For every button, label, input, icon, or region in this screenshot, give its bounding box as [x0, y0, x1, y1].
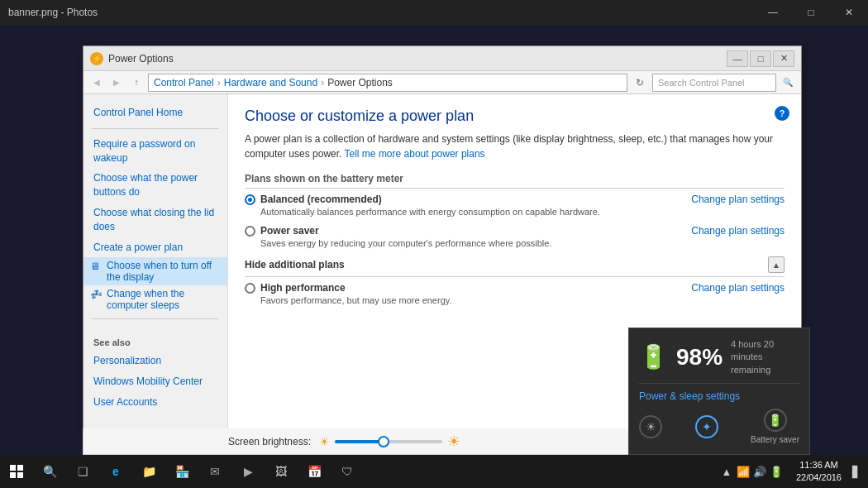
photos-taskbar-icon[interactable]: 🖼 — [265, 455, 298, 488]
search-box[interactable]: Search Control Panel — [652, 74, 776, 92]
photos-minimize-button[interactable]: — — [754, 0, 792, 25]
brightness-slider-thumb[interactable] — [378, 436, 389, 447]
power-sleep-settings-link[interactable]: Power & sleep settings — [639, 390, 799, 402]
forward-button[interactable]: ▶ — [108, 74, 125, 91]
battery-saver-item[interactable]: 🔋 Battery saver — [751, 409, 799, 444]
photos-titlebar: banner.png - Photos — □ ✕ — [0, 0, 868, 25]
breadcrumb-hardware[interactable]: Hardware and Sound — [224, 77, 317, 89]
sidebar-personalization[interactable]: Personalization — [83, 351, 227, 371]
restore-button[interactable]: □ — [750, 50, 771, 67]
page-title: Choose or customize a power plan — [245, 108, 785, 125]
systray-battery-icon[interactable]: 🔋 — [768, 455, 785, 488]
store-icon[interactable]: 🏪 — [165, 455, 198, 488]
antivirus-icon[interactable]: 🛡 — [331, 455, 364, 488]
power-saver-change-link[interactable]: Change plan settings — [691, 225, 785, 237]
breadcrumb-control-panel[interactable]: Control Panel — [154, 77, 214, 89]
photos-maximize-button[interactable]: □ — [792, 0, 830, 25]
power-title-text: Power Options — [108, 53, 725, 65]
photos-window-controls: — □ ✕ — [754, 0, 868, 25]
taskbar-right: ▲ 📶 🔊 🔋 11:36 AM 22/04/2016 ▋ — [713, 455, 868, 488]
high-performance-radio[interactable] — [245, 283, 255, 294]
calendar-icon[interactable]: 📅 — [298, 455, 331, 488]
sidebar-closing-lid[interactable]: Choose what closing the lid does — [83, 203, 227, 237]
tell-me-more-link[interactable]: Tell me more about power plans — [345, 148, 485, 160]
search-taskbar-button[interactable]: 🔍 — [33, 455, 66, 488]
power-saver-plan-label[interactable]: Power saver — [245, 225, 319, 237]
clock-time: 11:36 AM — [799, 459, 837, 471]
win-logo-sq-4 — [17, 472, 23, 478]
battery-popup: 🔋 98% 4 hours 20 minutes remaining Power… — [628, 328, 810, 455]
battery-mode-item-2[interactable]: ✦ — [695, 415, 718, 438]
start-button[interactable] — [0, 455, 33, 488]
systray-volume-icon[interactable]: 🔊 — [751, 455, 768, 488]
close-button[interactable]: ✕ — [773, 50, 794, 67]
battery-top: 🔋 98% 4 hours 20 minutes remaining — [639, 338, 799, 376]
back-button[interactable]: ◀ — [88, 74, 105, 91]
win-logo-sq-1 — [10, 465, 16, 471]
balanced-plan-desc: Automatically balances performance with … — [260, 207, 785, 217]
brightness-label: Screen brightness: — [228, 436, 311, 447]
turn-off-display-icon: 🖥 — [90, 261, 103, 274]
balanced-plan-label[interactable]: Balanced (recommended) — [245, 194, 382, 205]
sidebar-control-panel-home[interactable]: Control Panel Home — [83, 103, 227, 123]
brightness-slider-fill — [335, 440, 384, 443]
taskbar-clock[interactable]: 11:36 AM 22/04/2016 — [789, 459, 848, 484]
high-performance-plan-label[interactable]: High performance — [245, 282, 346, 294]
breadcrumb-current: Power Options — [327, 77, 393, 89]
sidebar-create-plan[interactable]: Create a power plan — [83, 237, 227, 258]
win-logo-sq-3 — [10, 472, 16, 478]
brightness-sun-large-icon: ☀ — [447, 433, 460, 451]
hide-additional-plans: Hide additional plans ▲ — [245, 256, 785, 277]
search-icon[interactable]: 🔍 — [780, 74, 796, 91]
sidebar-mobility-center[interactable]: Windows Mobility Center — [83, 371, 227, 392]
sidebar-power-buttons[interactable]: Choose what the power buttons do — [83, 168, 227, 203]
power-titlebar: ⚡ Power Options — □ ✕ — [83, 46, 801, 71]
battery-bottom: ☀ ✦ 🔋 Battery saver — [639, 409, 799, 444]
breadcrumb-sep-1: › — [217, 77, 221, 89]
sidebar-require-password[interactable]: Require a password on wakeup — [83, 134, 227, 169]
sidebar-turn-off-display[interactable]: 🖥 Choose when to turn off the display — [83, 257, 227, 285]
power-sidebar: Control Panel Home Require a password on… — [83, 94, 228, 433]
edge-icon[interactable]: e — [99, 455, 132, 488]
minimize-button[interactable]: — — [727, 50, 748, 67]
systray-network-icon[interactable]: 📶 — [735, 455, 751, 488]
power-title-icon: ⚡ — [90, 52, 103, 65]
systray: ▲ 📶 🔊 🔋 — [713, 455, 789, 488]
sidebar-computer-sleeps[interactable]: 💤 Change when the computer sleeps — [83, 285, 227, 313]
power-saver-plan-row: Power saver Change plan settings — [245, 225, 785, 237]
refresh-button[interactable]: ↻ — [631, 74, 649, 92]
high-performance-plan: High performance Change plan settings Fa… — [245, 282, 785, 305]
sidebar-divider-1 — [92, 128, 219, 129]
taskbar-left: 🔍 ❑ e 📁 🏪 ✉ ▶ 🖼 📅 🛡 — [0, 455, 364, 488]
breadcrumb: Control Panel › Hardware and Sound › Pow… — [148, 74, 627, 92]
window-controls: — □ ✕ — [725, 50, 794, 67]
photos-close-button[interactable]: ✕ — [830, 0, 868, 25]
photos-title: banner.png - Photos — [8, 7, 754, 18]
file-explorer-icon[interactable]: 📁 — [132, 455, 165, 488]
high-performance-change-link[interactable]: Change plan settings — [691, 282, 785, 294]
media-player-icon[interactable]: ▶ — [231, 455, 265, 488]
taskbar: 🔍 ❑ e 📁 🏪 ✉ ▶ 🖼 📅 🛡 ▲ 📶 🔊 🔋 11:36 AM 22/… — [0, 455, 868, 488]
battery-saver-icon: 🔋 — [764, 409, 787, 432]
computer-sleeps-icon: 💤 — [90, 289, 103, 302]
sidebar-user-accounts[interactable]: User Accounts — [83, 392, 227, 413]
show-desktop-button[interactable]: ▋ — [848, 455, 865, 488]
battery-time: 4 hours 20 minutes remaining — [731, 338, 799, 376]
brightness-slider-track[interactable] — [335, 440, 442, 443]
power-saver-radio[interactable] — [245, 226, 255, 237]
systray-chevron[interactable]: ▲ — [718, 455, 735, 488]
battery-mode-icon-2: ✦ — [695, 415, 718, 438]
breadcrumb-sep-2: › — [321, 77, 324, 89]
balanced-radio[interactable] — [245, 194, 255, 205]
power-saver-plan: Power saver Change plan settings Saves e… — [245, 225, 785, 248]
up-button[interactable]: ↑ — [128, 74, 145, 91]
battery-mode-item-1[interactable]: ☀ — [639, 415, 662, 438]
brightness-sun-small-icon: ☀ — [319, 435, 330, 448]
task-view-button[interactable]: ❑ — [66, 455, 99, 488]
content-description: A power plan is a collection of hardware… — [245, 132, 785, 161]
mail-icon[interactable]: ✉ — [198, 455, 231, 488]
balanced-change-link[interactable]: Change plan settings — [691, 194, 785, 205]
content-description-text: A power plan is a collection of hardware… — [245, 133, 773, 160]
help-icon[interactable]: ? — [775, 106, 789, 121]
collapse-button[interactable]: ▲ — [768, 256, 785, 273]
